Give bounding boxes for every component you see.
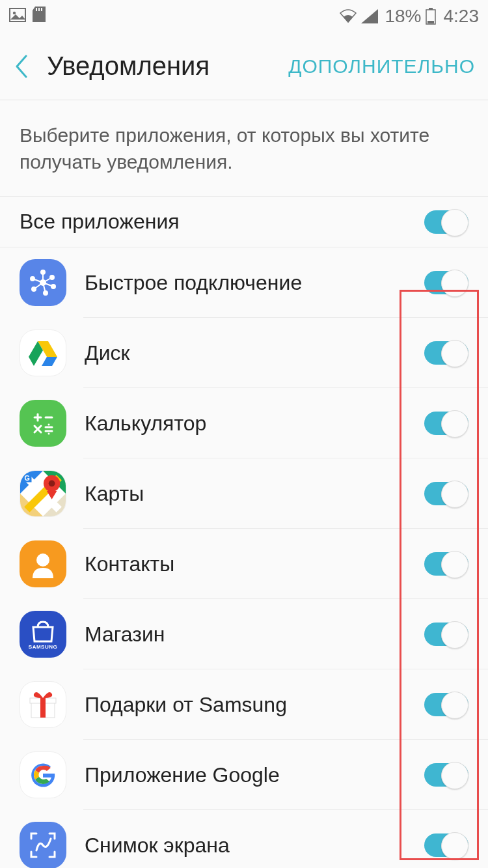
chevron-left-icon — [14, 55, 29, 78]
app-label: Калькулятор — [85, 412, 424, 436]
svg-point-18 — [32, 287, 36, 291]
sd-card-icon — [33, 7, 46, 27]
app-row-gifts[interactable]: Подарки от Samsung — [0, 669, 488, 740]
contacts-icon — [20, 540, 66, 587]
svg-rect-3 — [38, 8, 40, 11]
svg-rect-2 — [36, 8, 37, 11]
drive-icon — [20, 329, 66, 376]
clock-text: 4:23 — [444, 6, 480, 27]
app-label: Контакты — [85, 552, 424, 576]
battery-icon — [426, 8, 436, 25]
app-label: Снимок экрана — [85, 833, 424, 858]
svg-rect-7 — [427, 21, 434, 23]
maps-icon: G — [20, 470, 66, 517]
svg-point-20 — [31, 277, 34, 281]
app-row-quick-connect[interactable]: Быстрое подключение — [0, 247, 488, 318]
app-label: Диск — [85, 341, 424, 365]
svg-rect-4 — [41, 8, 42, 11]
app-row-store[interactable]: SAMSUNG Магазин — [0, 599, 488, 669]
app-row-contacts[interactable]: Контакты — [0, 529, 488, 599]
status-left — [9, 7, 46, 27]
svg-text:G: G — [25, 474, 30, 482]
status-right: 18% 4:23 — [339, 6, 479, 27]
gifts-icon — [20, 681, 66, 728]
app-list: Быстрое подключение Диск Калькулятор G К… — [0, 247, 488, 868]
svg-text:SAMSUNG: SAMSUNG — [29, 644, 57, 650]
app-row-drive[interactable]: Диск — [0, 318, 488, 388]
back-button[interactable] — [14, 55, 40, 78]
all-apps-toggle[interactable] — [424, 210, 468, 234]
battery-pct: 18% — [385, 6, 421, 27]
app-label: Быстрое подключение — [85, 271, 424, 295]
app-toggle[interactable] — [424, 412, 468, 435]
status-bar: 18% 4:23 — [0, 0, 488, 33]
app-row-calculator[interactable]: Калькулятор — [0, 388, 488, 458]
svg-point-16 — [44, 291, 47, 295]
svg-point-33 — [49, 481, 55, 487]
picture-icon — [9, 7, 26, 27]
app-row-google[interactable]: Приложение Google — [0, 740, 488, 810]
screenshot-icon — [20, 822, 66, 868]
app-toggle[interactable] — [424, 763, 468, 787]
app-label: Магазин — [85, 623, 424, 647]
app-toggle[interactable] — [424, 623, 468, 646]
page-title: Уведомления — [47, 51, 288, 81]
svg-point-28 — [48, 424, 50, 426]
description-text: Выберите приложения, от которых вы хотит… — [0, 100, 488, 197]
app-toggle[interactable] — [424, 482, 468, 505]
svg-point-10 — [41, 270, 45, 274]
svg-point-12 — [50, 275, 54, 279]
app-row-maps[interactable]: G Карты — [0, 458, 488, 529]
svg-point-29 — [48, 433, 50, 435]
app-toggle[interactable] — [424, 271, 468, 294]
svg-point-36 — [36, 553, 49, 567]
svg-rect-40 — [40, 698, 46, 718]
app-toggle[interactable] — [424, 341, 468, 365]
app-label: Приложение Google — [85, 763, 424, 787]
wifi-icon — [339, 9, 357, 23]
google-icon — [20, 751, 66, 798]
signal-icon — [361, 9, 378, 23]
header: Уведомления ДОПОЛНИТЕЛЬНО — [0, 33, 488, 100]
advanced-button[interactable]: ДОПОЛНИТЕЛЬНО — [288, 55, 475, 77]
quick-connect-icon — [20, 259, 66, 306]
app-row-screenshot[interactable]: Снимок экрана — [0, 810, 488, 868]
app-label: Подарки от Samsung — [85, 693, 424, 717]
app-toggle[interactable] — [424, 833, 468, 857]
store-icon: SAMSUNG — [20, 611, 66, 658]
app-toggle[interactable] — [424, 552, 468, 576]
svg-point-1 — [13, 11, 16, 14]
app-label: Карты — [85, 482, 424, 506]
svg-point-14 — [51, 285, 55, 288]
app-toggle[interactable] — [424, 693, 468, 716]
calculator-icon — [20, 400, 66, 447]
all-apps-row[interactable]: Все приложения — [0, 197, 488, 247]
all-apps-label: Все приложения — [20, 210, 180, 234]
